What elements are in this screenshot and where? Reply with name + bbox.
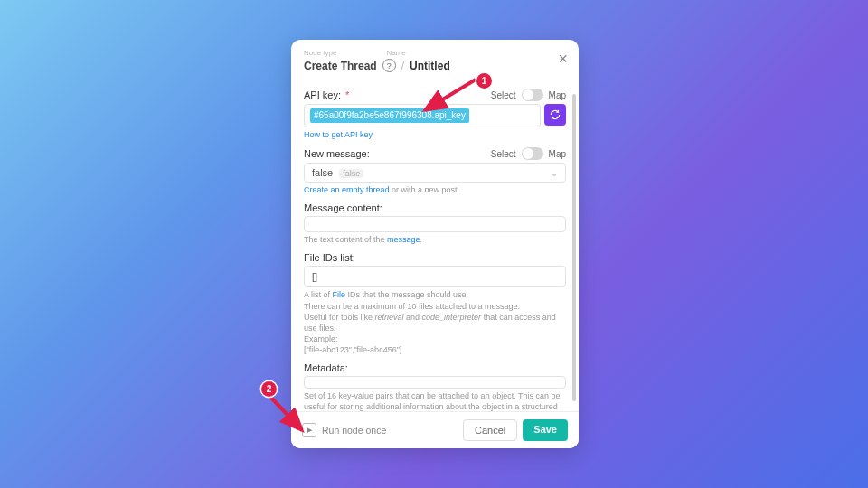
annotation-badge-1: 1 <box>476 73 492 89</box>
toggle-map-label: Map <box>549 90 566 100</box>
file-ids-label: File IDs list: <box>304 252 355 263</box>
refresh-icon <box>549 108 561 121</box>
api-key-toggle[interactable] <box>522 89 543 101</box>
message-content-label: Message content: <box>304 202 382 213</box>
metadata-help: Set of 16 key-value pairs that can be at… <box>304 390 566 411</box>
file-ids-row: File IDs list: <box>304 252 566 263</box>
new-message-value: false <box>312 167 333 178</box>
cancel-button[interactable]: Cancel <box>463 419 517 441</box>
help-icon[interactable]: ? <box>382 59 396 72</box>
node-type: Create Thread <box>304 60 377 72</box>
chevron-down-icon: ⌄ <box>551 168 558 178</box>
message-content-input[interactable] <box>304 216 566 232</box>
crumb-label-type: Node type <box>304 49 336 57</box>
save-button[interactable]: Save <box>523 419 568 441</box>
new-message-label: New message: <box>304 148 370 159</box>
crumb-label-name: Name <box>386 49 405 57</box>
modal-footer: ▶ Run node once Cancel Save <box>291 411 579 448</box>
metadata-row: Metadata: <box>304 362 566 373</box>
annotation-badge-2: 2 <box>261 381 277 397</box>
breadcrumb-sep: / <box>401 60 404 72</box>
file-ids-input[interactable]: [] <box>304 266 566 287</box>
breadcrumb: Create Thread ? / Untitled <box>304 59 566 72</box>
message-content-help: The text content of the message. <box>304 234 566 245</box>
file-ids-help: A list of File IDs that the message shou… <box>304 289 566 355</box>
run-node-once-button[interactable]: ▶ Run node once <box>302 423 386 437</box>
api-key-chip: #65a00f9fa2be5e867f996308.api_key <box>310 108 469 123</box>
new-message-select[interactable]: false false ⌄ <box>304 163 566 183</box>
api-key-label: API key: <box>304 89 341 100</box>
close-icon[interactable]: × <box>558 52 568 65</box>
required-asterisk: * <box>345 89 349 100</box>
new-message-help: Create an empty thread or with a new pos… <box>304 184 566 195</box>
toggle-select-label: Select <box>491 90 516 100</box>
message-content-row: Message content: <box>304 202 566 213</box>
metadata-label: Metadata: <box>304 362 348 373</box>
api-key-input[interactable]: #65a00f9fa2be5e867f996308.api_key <box>304 104 541 127</box>
new-message-row: New message: Select Map <box>304 147 566 160</box>
new-message-type-tag: false <box>339 169 363 178</box>
modal-header: Node type Name Create Thread ? / Untitle… <box>291 40 579 78</box>
modal-body: API key: * Select Map #65a00f9fa2be5e867… <box>291 78 579 411</box>
new-message-toggle[interactable] <box>522 147 543 160</box>
node-name[interactable]: Untitled <box>410 60 450 72</box>
api-key-row: API key: * Select Map <box>304 89 566 101</box>
scrollbar-thumb[interactable] <box>572 94 576 401</box>
node-editor-modal: Node type Name Create Thread ? / Untitle… <box>291 40 579 448</box>
run-node-once-label: Run node once <box>322 425 386 436</box>
how-to-api-key-link[interactable]: How to get API key <box>304 130 373 139</box>
play-icon: ▶ <box>302 423 316 437</box>
metadata-input[interactable] <box>304 376 566 389</box>
refresh-button[interactable] <box>544 104 566 126</box>
